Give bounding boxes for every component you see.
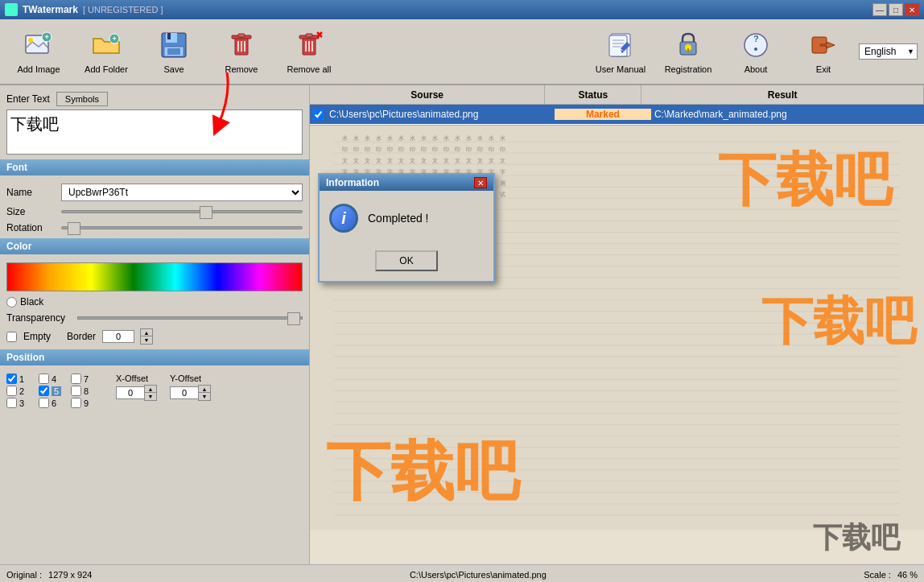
dialog-body: i Completed !: [320, 191, 493, 246]
information-dialog: Information ✕ i Completed ! OK: [318, 173, 495, 283]
dialog-footer: OK: [320, 246, 493, 281]
dialog-ok-button[interactable]: OK: [375, 250, 437, 271]
dialog-overlay: Information ✕ i Completed ! OK: [0, 0, 924, 582]
info-icon: i: [329, 204, 358, 233]
dialog-title-bar: Information ✕: [320, 175, 493, 191]
dialog-title: Information: [326, 177, 379, 188]
dialog-close-button[interactable]: ✕: [474, 177, 487, 188]
dialog-message: Completed !: [368, 212, 428, 225]
